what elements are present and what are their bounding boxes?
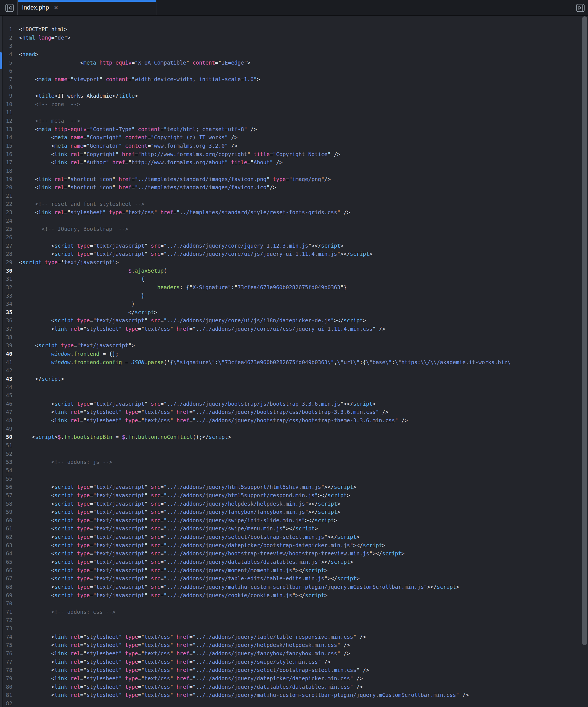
code-line[interactable]: 72	[0, 616, 588, 625]
code-line[interactable]: 82	[0, 699, 588, 707]
code-line[interactable]: 74 <link rel="stylesheet" type="text/css…	[0, 633, 588, 641]
code-line[interactable]: 4<head>	[0, 50, 588, 59]
code-line[interactable]: 48 <link rel="stylesheet" type="text/css…	[0, 416, 588, 425]
code-line[interactable]: 14 <meta name="Copyright" content="Copyr…	[0, 133, 588, 142]
code-line[interactable]: 6	[0, 67, 588, 75]
code-line[interactable]: 78 <link rel="stylesheet" type="text/css…	[0, 666, 588, 674]
code-line[interactable]: 61 <script type="text/javascript" src=".…	[0, 525, 588, 533]
tab-close-icon[interactable]: ×	[54, 4, 58, 11]
code-line[interactable]: 7 <meta name="viewport" content="width=d…	[0, 75, 588, 84]
code-line[interactable]: 62 <script type="text/javascript" src=".…	[0, 533, 588, 541]
code-line[interactable]: 33 }	[0, 292, 588, 300]
code-line[interactable]: 55	[0, 475, 588, 483]
code-line[interactable]: 29<script type='text/javascript'>	[0, 258, 588, 267]
code-line[interactable]: 66 <script type="text/javascript" src=".…	[0, 566, 588, 575]
code-line[interactable]: 56 <script type="text/javascript" src=".…	[0, 483, 588, 491]
code-line[interactable]: 43 </script>	[0, 375, 588, 383]
code-line[interactable]: 67 <script type="text/javascript" src=".…	[0, 574, 588, 583]
code-line[interactable]: 34 )	[0, 300, 588, 308]
code-line-text	[14, 366, 19, 375]
code-line[interactable]: 68 <script type="text/javascript" src=".…	[0, 583, 588, 591]
code-line[interactable]: 1<!DOCTYPE html>	[0, 25, 588, 34]
code-line[interactable]: 65 <script type="text/javascript" src=".…	[0, 558, 588, 566]
code-line[interactable]: 21	[0, 192, 588, 200]
code-line[interactable]: 32 headers: {"X-Signature":"73cfea4673e9…	[0, 283, 588, 292]
code-line-text	[14, 616, 19, 625]
code-line[interactable]: 58 <script type="text/javascript" src=".…	[0, 500, 588, 508]
code-line[interactable]: 26	[0, 233, 588, 242]
expand-right-sidebar-icon[interactable]	[576, 4, 585, 12]
code-line-text: )	[14, 300, 135, 308]
code-line-text: <!-- addons: js -->	[14, 458, 112, 466]
code-line-text: <!-- reset and font stylesheet -->	[14, 200, 144, 208]
code-line[interactable]: 69 <script type="text/javascript" src=".…	[0, 591, 588, 600]
code-line[interactable]: 79 <link rel="stylesheet" type="text/css…	[0, 674, 588, 683]
code-line[interactable]: 64 <script type="text/javascript" src=".…	[0, 549, 588, 558]
code-line[interactable]: 18	[0, 167, 588, 175]
code-line-text: <script type="text/javascript" src="../.…	[14, 591, 327, 600]
code-line[interactable]: 37 <link rel="stylesheet" type="text/css…	[0, 325, 588, 333]
code-line[interactable]: 2<html lang="de">	[0, 34, 588, 42]
code-line[interactable]: 8	[0, 83, 588, 92]
code-line[interactable]: 63 <script type="text/javascript" src=".…	[0, 541, 588, 550]
code-line-text: <link rel="stylesheet" type="text/css" h…	[14, 649, 350, 658]
code-line-text: <script type="text/javascript" src="../.…	[14, 516, 337, 525]
code-line[interactable]: 25 <!-- JQuery, Bootstrap -->	[0, 225, 588, 233]
code-line[interactable]: 76 <link rel="stylesheet" type="text/css…	[0, 649, 588, 658]
code-line[interactable]: 16 <link rel="Copyright" href="http://ww…	[0, 150, 588, 159]
code-line-text: <script type="text/javascript" src="../.…	[14, 500, 340, 508]
collapse-left-sidebar-icon[interactable]	[5, 4, 14, 12]
code-line[interactable]: 3	[0, 42, 588, 50]
code-editor-area[interactable]: 1<!DOCTYPE html>2<html lang="de">34<head…	[0, 16, 588, 707]
code-line[interactable]: 57 <script type="text/javascript" src=".…	[0, 491, 588, 500]
code-line-text: <link rel="stylesheet" type="text/css" h…	[14, 408, 389, 416]
code-line[interactable]: 38	[0, 333, 588, 342]
code-line[interactable]: 23 <link rel="stylesheet" type="text/css…	[0, 208, 588, 217]
code-line[interactable]: 81 <link rel="stylesheet" type="text/css…	[0, 691, 588, 699]
code-line[interactable]: 12 <!-- meta -->	[0, 117, 588, 125]
code-line[interactable]: 54	[0, 466, 588, 475]
code-line[interactable]: 22 <!-- reset and font stylesheet -->	[0, 200, 588, 208]
code-line[interactable]: 20 <link rel="shortcut icon" href="../te…	[0, 183, 588, 192]
tab-index-php[interactable]: index.php ×	[18, 0, 156, 15]
code-line[interactable]: 42	[0, 366, 588, 375]
code-line[interactable]: 11	[0, 108, 588, 117]
code-line[interactable]: 41 window.frontend.config = JSON.parse('…	[0, 358, 588, 367]
code-line[interactable]: 50 <script>$.fn.bootstrapBtn = $.fn.butt…	[0, 433, 588, 441]
code-line[interactable]: 80 <link rel="stylesheet" type="text/css…	[0, 683, 588, 691]
code-line[interactable]: 45	[0, 392, 588, 400]
code-line[interactable]: 5 <meta http-equiv="X-UA-Compatible" con…	[0, 59, 588, 67]
tab-bar: index.php ×	[0, 0, 588, 16]
code-line[interactable]: 24	[0, 217, 588, 225]
code-line[interactable]: 51	[0, 441, 588, 450]
code-line[interactable]: 71 <!-- addons: css -->	[0, 608, 588, 616]
code-line[interactable]: 52	[0, 450, 588, 458]
code-line[interactable]: 49	[0, 425, 588, 433]
code-line[interactable]: 53 <!-- addons: js -->	[0, 458, 588, 466]
code-line[interactable]: 75 <link rel="stylesheet" type="text/css…	[0, 641, 588, 649]
code-line[interactable]: 44	[0, 383, 588, 392]
code-line[interactable]: 15 <meta name="Generator" content="www.f…	[0, 142, 588, 150]
code-line[interactable]: 35 </script>	[0, 308, 588, 317]
code-line[interactable]: 30 $.ajaxSetup(	[0, 267, 588, 275]
code-line[interactable]: 9 <title>IT works Akademie</title>	[0, 92, 588, 100]
vertical-scrollbar-thumb[interactable]	[582, 16, 587, 645]
code-editor-window: { "window": { "tab_title": "index.php", …	[0, 0, 588, 707]
code-line[interactable]: 59 <script type="text/javascript" src=".…	[0, 508, 588, 516]
code-line[interactable]: 10 <!-- zone -->	[0, 100, 588, 109]
code-line[interactable]: 47 <link rel="stylesheet" type="text/css…	[0, 408, 588, 416]
code-line[interactable]: 19 <link rel="shortcut icon" href="../te…	[0, 175, 588, 183]
code-line[interactable]: 27 <script type="text/javascript" src=".…	[0, 242, 588, 250]
code-line[interactable]: 39 <script type="text/javascript">	[0, 341, 588, 350]
code-line[interactable]: 17 <link rel="Author" href="http://www.f…	[0, 158, 588, 167]
code-line[interactable]: 40 window.frontend = {};	[0, 350, 588, 358]
code-line[interactable]: 70	[0, 600, 588, 608]
code-line[interactable]: 73	[0, 625, 588, 633]
code-line[interactable]: 36 <script type="text/javascript" src=".…	[0, 316, 588, 325]
code-line[interactable]: 46 <script type="text/javascript" src=".…	[0, 400, 588, 408]
code-line[interactable]: 13 <meta http-equiv="Content-Type" conte…	[0, 125, 588, 134]
code-line[interactable]: 60 <script type="text/javascript" src=".…	[0, 516, 588, 525]
code-line[interactable]: 77 <link rel="stylesheet" type="text/css…	[0, 658, 588, 666]
code-line[interactable]: 28 <script type="text/javascript" src=".…	[0, 250, 588, 258]
code-line[interactable]: 31 {	[0, 275, 588, 283]
